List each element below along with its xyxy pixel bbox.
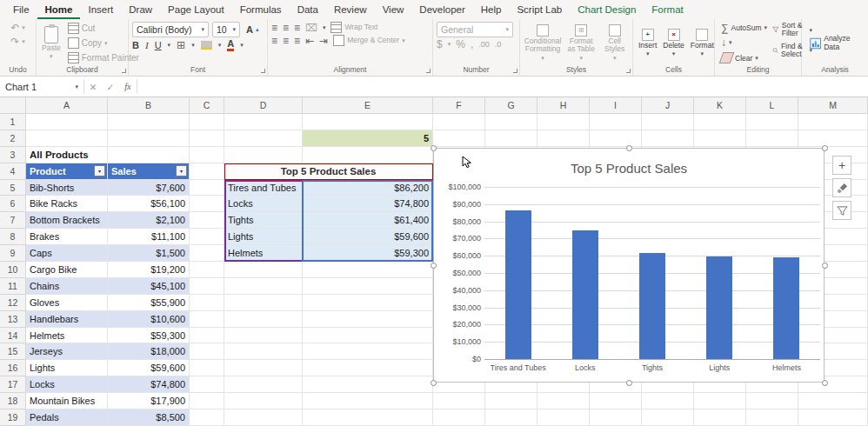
- insert-cells-button[interactable]: + Insert▾: [637, 28, 658, 59]
- comma-style-button[interactable]: ,: [471, 39, 473, 50]
- analyze-data-button[interactable]: Analyze Data: [810, 35, 860, 51]
- cell-A5[interactable]: Bib-Shorts: [26, 180, 108, 196]
- cell-C7[interactable]: [190, 212, 224, 229]
- cell-D7[interactable]: Tights: [224, 212, 303, 229]
- cell-H19[interactable]: [537, 409, 590, 426]
- cell-E10[interactable]: [303, 262, 433, 278]
- conditional-formatting-button[interactable]: Conditional Formatting▾: [524, 23, 562, 63]
- bar-tights[interactable]: [639, 253, 665, 359]
- cell-H2[interactable]: [537, 130, 590, 147]
- cell-E12[interactable]: [303, 295, 433, 311]
- cell-D18[interactable]: [224, 393, 303, 409]
- bar-lights[interactable]: [706, 256, 732, 359]
- cell-B12[interactable]: $55,900: [108, 295, 190, 311]
- cell-E15[interactable]: [303, 343, 433, 360]
- cell-D13[interactable]: [224, 311, 303, 328]
- decrease-indent-button[interactable]: ⇤: [305, 36, 314, 46]
- cell-E14[interactable]: [303, 328, 433, 344]
- percent-style-button[interactable]: %: [456, 39, 465, 50]
- cell-E9[interactable]: $59,300: [303, 245, 433, 262]
- col-header-M[interactable]: M: [798, 97, 868, 114]
- cell-C1[interactable]: [190, 114, 224, 130]
- cell-E6[interactable]: $74,800: [303, 196, 433, 212]
- fill-color-button[interactable]: [201, 41, 212, 50]
- align-left-button[interactable]: ≡: [271, 36, 277, 46]
- cell-C3[interactable]: [190, 147, 224, 163]
- tab-formulas[interactable]: Formulas: [232, 0, 290, 19]
- row-header-12[interactable]: 12: [0, 295, 26, 311]
- cell-I19[interactable]: [590, 409, 642, 426]
- cell-A2[interactable]: [26, 130, 108, 147]
- cell-C15[interactable]: [190, 343, 224, 360]
- cell-M1[interactable]: [798, 114, 868, 130]
- row-header-14[interactable]: 14: [0, 328, 26, 344]
- undo-button[interactable]: ↶▾: [8, 22, 28, 34]
- chart-elements-button[interactable]: +: [832, 156, 851, 175]
- cell-C14[interactable]: [190, 328, 224, 344]
- cell-E3[interactable]: [303, 147, 433, 163]
- cell-D10[interactable]: [224, 262, 303, 278]
- table-header-product[interactable]: Product▾: [26, 163, 108, 180]
- cell-B16[interactable]: $59,600: [108, 360, 190, 376]
- cell-B13[interactable]: $10,600: [108, 311, 190, 328]
- cell-E5[interactable]: $86,200: [303, 180, 433, 196]
- col-header-J[interactable]: J: [642, 97, 694, 114]
- alignment-dialog-launcher[interactable]: [426, 69, 431, 73]
- tab-data[interactable]: Data: [290, 0, 326, 19]
- cell-G19[interactable]: [485, 409, 537, 426]
- bar-helmets[interactable]: [773, 257, 799, 359]
- cell-A8[interactable]: Brakes: [26, 229, 108, 245]
- cell-I1[interactable]: [590, 114, 642, 130]
- cell-C18[interactable]: [190, 393, 224, 409]
- cell-F1[interactable]: [433, 114, 485, 130]
- increase-decimal-button[interactable]: .00: [478, 41, 490, 49]
- cell-B6[interactable]: $56,100: [108, 196, 190, 212]
- col-header-E[interactable]: E: [303, 97, 433, 114]
- table-header-sales[interactable]: Sales▾: [108, 163, 190, 180]
- chart[interactable]: Top 5 Product Sales $100,000$90,000$80,0…: [433, 148, 825, 383]
- cell-L19[interactable]: [746, 409, 798, 426]
- cell-B5[interactable]: $7,600: [108, 180, 190, 196]
- clear-button[interactable]: Clear▾: [718, 51, 770, 64]
- cell-C9[interactable]: [190, 245, 224, 262]
- cell-E13[interactable]: [303, 311, 433, 328]
- cell-L2[interactable]: [746, 130, 798, 147]
- cell-C17[interactable]: [190, 376, 224, 393]
- cell-E1[interactable]: [303, 114, 433, 130]
- col-header-F[interactable]: F: [433, 97, 485, 114]
- cell-K2[interactable]: [694, 130, 746, 147]
- cell-A13[interactable]: Handlebars: [26, 311, 108, 328]
- row-header-8[interactable]: 8: [0, 229, 26, 245]
- cell-A1[interactable]: [26, 114, 108, 130]
- autosum-button[interactable]: ∑AutoSum▾: [718, 22, 770, 34]
- cell-B15[interactable]: $18,000: [108, 343, 190, 360]
- merge-center-button[interactable]: Merge & Center▾: [333, 35, 405, 46]
- cell-C4[interactable]: [190, 163, 224, 180]
- delete-cells-button[interactable]: × Delete▾: [661, 28, 686, 59]
- cell-D3[interactable]: [224, 147, 303, 163]
- cancel-entry-button[interactable]: ✕: [84, 77, 102, 97]
- cell-B8[interactable]: $11,100: [108, 229, 190, 245]
- chart-resize-handle-n[interactable]: [626, 145, 632, 151]
- chart-resize-handle-e[interactable]: [822, 263, 828, 269]
- name-box-dropdown-icon[interactable]: ▾: [75, 83, 78, 90]
- cell-E11[interactable]: [303, 278, 433, 295]
- row-header-15[interactable]: 15: [0, 343, 26, 360]
- row-header-6[interactable]: 6: [0, 196, 26, 212]
- cell-C8[interactable]: [190, 229, 224, 245]
- cell-D19[interactable]: [224, 409, 303, 426]
- cell-M19[interactable]: [798, 409, 868, 426]
- cell-L1[interactable]: [746, 114, 798, 130]
- cell-H1[interactable]: [537, 114, 590, 130]
- bar-locks[interactable]: [572, 230, 598, 359]
- col-header-H[interactable]: H: [537, 97, 590, 114]
- tab-format[interactable]: Format: [644, 0, 691, 19]
- cell-E16[interactable]: [303, 360, 433, 376]
- cell-D12[interactable]: [224, 295, 303, 311]
- font-name-combo[interactable]: Calibri (Body)▾: [132, 22, 209, 37]
- format-cells-button[interactable]: Format▾: [689, 28, 716, 59]
- cell-F18[interactable]: [433, 393, 485, 409]
- fill-button[interactable]: ↓▾: [718, 37, 770, 49]
- cell-D11[interactable]: [224, 278, 303, 295]
- redo-button[interactable]: ↷▾: [8, 36, 28, 48]
